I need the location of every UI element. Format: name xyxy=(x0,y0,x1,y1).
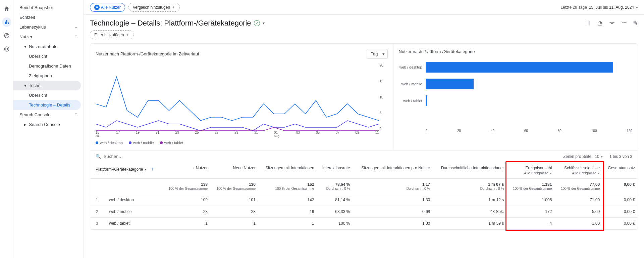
sidebar-audiences[interactable]: Zielgruppen xyxy=(13,71,84,81)
line-chart-legend: web / desktopweb / mobileweb / tablet xyxy=(96,141,388,145)
topbar: AAlle Nutzer Vergleich hinzufügen＋ Letzt… xyxy=(84,0,644,15)
line-chart-title: Nutzer nach Plattform-/Gerätekategorie i… xyxy=(96,51,199,56)
share-icon[interactable]: ⫘ xyxy=(609,19,615,27)
bar-chart: web / desktopweb / mobileweb / tablet020… xyxy=(399,59,632,133)
bar-chart-panel: Nutzer nach Plattform-/Gerätekategorie w… xyxy=(393,44,638,150)
chevron-up-icon: ⌃ xyxy=(74,113,77,117)
status-verified-icon[interactable]: ✓ xyxy=(254,20,260,26)
data-table: Plattform-/Gerätekategorie ▾ ＋ ↓ Nutzer … xyxy=(90,162,638,229)
left-rail xyxy=(0,0,13,258)
sidebar-overview-tech[interactable]: Übersicht xyxy=(13,90,84,100)
add-dimension-icon[interactable]: ＋ xyxy=(150,166,155,172)
search-icon: 🔍 xyxy=(96,154,101,159)
col-new-users[interactable]: Neue Nutzer xyxy=(210,162,258,179)
trend-icon[interactable]: 〰 xyxy=(621,19,627,27)
line-chart-panel: Nutzer nach Plattform-/Gerätekategorie i… xyxy=(90,44,393,150)
col-eng-rate[interactable]: Interaktionsrate xyxy=(317,162,353,179)
sidebar-demographic[interactable]: Demografische Daten xyxy=(13,61,84,71)
date-range-picker[interactable]: Letzte 28 Tage 15. Juli bis 11. Aug. 202… xyxy=(560,5,638,10)
events-filter[interactable]: Alle Ereignisse ▾ xyxy=(509,171,552,175)
report-card: Nutzer nach Plattform-/Gerätekategorie i… xyxy=(90,43,638,230)
page-title: Technologie – Details: Plattform-/Geräte… xyxy=(90,19,265,28)
advertising-icon[interactable] xyxy=(2,44,11,54)
table-row[interactable]: 3web / tablet 111 100 %1,001 m 59 s 41,0… xyxy=(90,218,638,229)
rows-per-page[interactable]: Zeilen pro Seite: 10 ▾ xyxy=(563,154,603,159)
sidebar-search-console[interactable]: ▸ Search Console xyxy=(13,120,84,129)
col-dimension[interactable]: Plattform-/Gerätekategorie ▾ ＋ xyxy=(90,162,162,179)
table-row[interactable]: 2web / mobile 282819 63,33 %0,6848 Sek. … xyxy=(90,206,638,218)
chevron-down-icon: ▾ xyxy=(636,5,638,10)
col-sess-per-user[interactable]: Sitzungen mit Interaktionen pro Nutzer xyxy=(353,162,433,179)
table-search[interactable]: 🔍 xyxy=(96,154,563,159)
title-dropdown[interactable]: ▾ xyxy=(263,21,265,26)
sidebar-overview-attr[interactable]: Übersicht xyxy=(13,51,84,61)
search-input[interactable] xyxy=(104,154,171,159)
sidebar-lifecycle[interactable]: Lebenszyklus⌄ xyxy=(13,22,84,32)
svg-point-5 xyxy=(6,48,8,50)
main: AAlle Nutzer Vergleich hinzufügen＋ Letzt… xyxy=(84,0,644,258)
sidebar-tech-details[interactable]: Technologie – Details xyxy=(13,100,81,110)
pagination-range: 1 bis 3 von 3 xyxy=(609,154,632,159)
line-chart: 20151050 15Juli171921232527293101Aug.030… xyxy=(96,63,388,137)
col-eng-sessions[interactable]: Sitzungen mit Interaktionen xyxy=(258,162,317,179)
insights-icon[interactable]: ◔ xyxy=(597,19,603,27)
segment-all-users[interactable]: AAlle Nutzer xyxy=(90,3,125,12)
add-filter-button[interactable]: Filter hinzufügen＋ xyxy=(90,30,134,39)
sidebar-tech[interactable]: ▾ Techn. xyxy=(13,81,81,90)
bar-chart-title: Nutzer nach Plattform-/Gerätekategorie xyxy=(399,49,475,54)
chevron-down-icon: ⌄ xyxy=(74,25,77,29)
key-events-filter[interactable]: Alle Ereignisse ▾ xyxy=(557,171,600,175)
sidebar-realtime[interactable]: Echtzeit xyxy=(13,12,84,22)
svg-rect-0 xyxy=(5,22,6,25)
reports-icon[interactable] xyxy=(2,17,11,27)
customize-columns-icon[interactable]: ⫼ xyxy=(585,19,591,27)
sidebar-snapshot[interactable]: Bericht-Snapshot xyxy=(13,3,84,12)
sidebar-user[interactable]: Nutzer⌃ xyxy=(13,32,84,42)
home-icon[interactable] xyxy=(2,4,11,13)
sidebar-search-console-group[interactable]: Search Console⌃ xyxy=(13,110,84,120)
page-header: Technologie – Details: Plattform-/Geräte… xyxy=(84,15,644,30)
explore-icon[interactable] xyxy=(2,31,11,40)
sidebar: Bericht-Snapshot Echtzeit Lebenszyklus⌄ … xyxy=(13,0,84,258)
col-users[interactable]: ↓ Nutzer xyxy=(162,162,210,179)
col-revenue[interactable]: Gesamtumsatz xyxy=(602,162,638,179)
svg-point-4 xyxy=(4,47,9,51)
edit-icon[interactable]: ✎ xyxy=(633,19,638,27)
chevron-up-icon: ⌃ xyxy=(74,35,77,39)
table-row[interactable]: 1web / desktop 109101142 81,14 %1,301 m … xyxy=(90,194,638,206)
data-table-section: 🔍 Zeilen pro Seite: 10 ▾ 1 bis 3 von 3 xyxy=(90,150,638,229)
col-avg-dur[interactable]: Durchschnittliche Interaktionsdauer xyxy=(433,162,506,179)
col-events[interactable]: EreignisanzahlAlle Ereignisse ▾ xyxy=(506,162,554,179)
col-key-events[interactable]: SchlüsselereignisseAlle Ereignisse ▾ xyxy=(554,162,602,179)
granularity-select[interactable]: Tag xyxy=(367,49,388,59)
plus-icon: ＋ xyxy=(171,4,175,10)
svg-rect-1 xyxy=(6,20,7,24)
svg-rect-2 xyxy=(8,23,9,24)
sidebar-user-attributes[interactable]: ▾ Nutzerattribute xyxy=(13,42,84,51)
summary-row: 138100 % der Gesamtsumme 130100 % der Ge… xyxy=(90,179,638,194)
plus-icon: ＋ xyxy=(125,32,129,38)
add-comparison-button[interactable]: Vergleich hinzufügen＋ xyxy=(128,3,180,12)
